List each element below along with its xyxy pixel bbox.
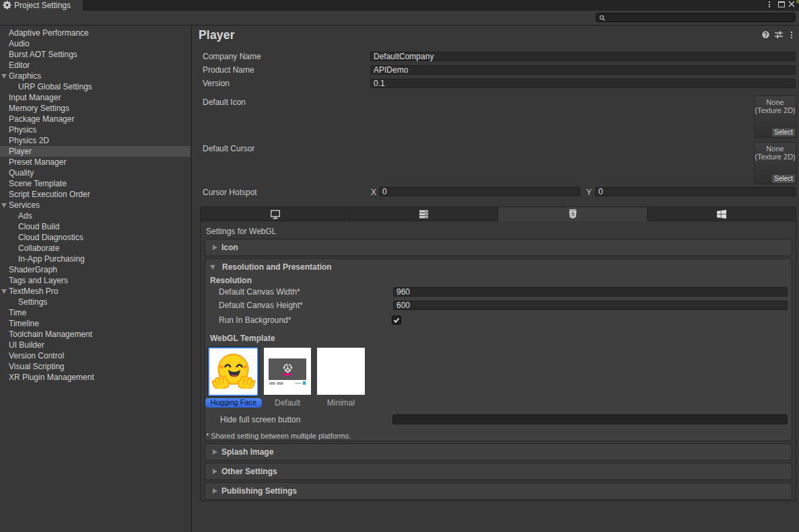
svg-text:5: 5 xyxy=(571,212,574,217)
